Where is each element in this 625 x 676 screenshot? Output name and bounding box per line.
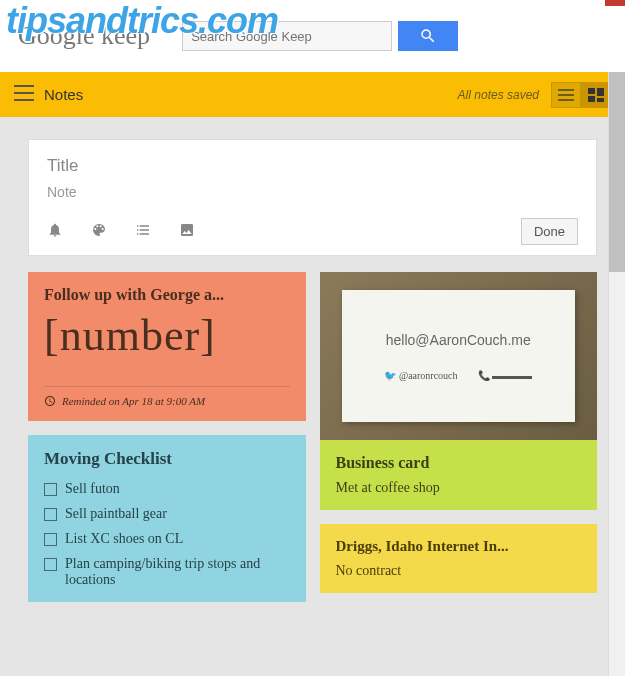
- palette-icon[interactable]: [91, 222, 107, 242]
- biz-contact-row: 🐦 @aaronrcouch 📞 ▬▬▬▬: [384, 370, 532, 381]
- window-accent: [605, 0, 625, 6]
- note-title: Business card: [336, 454, 582, 472]
- grid-icon: [588, 88, 604, 102]
- checkbox-icon[interactable]: [44, 558, 57, 571]
- note-image: hello@AaronCouch.me 🐦 @aaronrcouch 📞 ▬▬▬…: [320, 272, 598, 440]
- checkbox-icon[interactable]: [44, 508, 57, 521]
- compose-actions: Done: [47, 218, 578, 245]
- search-button[interactable]: [398, 21, 458, 51]
- note-body: Met at coffee shop: [336, 480, 582, 496]
- note-card-bizcard[interactable]: hello@AaronCouch.me 🐦 @aaronrcouch 📞 ▬▬▬…: [320, 272, 598, 510]
- note-body: [number]: [44, 314, 290, 358]
- list-view-button[interactable]: [551, 82, 581, 108]
- toolbar: Notes All notes saved: [0, 72, 625, 117]
- search-icon: [419, 27, 437, 45]
- note-card-followup[interactable]: Follow up with George a... [number] Remi…: [28, 272, 306, 421]
- compose-card: Title Note Done: [28, 139, 597, 256]
- list-item[interactable]: List XC shoes on CL: [44, 531, 290, 547]
- grid-column-right: hello@AaronCouch.me 🐦 @aaronrcouch 📞 ▬▬▬…: [320, 272, 598, 602]
- grid-view-button[interactable]: [581, 82, 611, 108]
- note-card-moving[interactable]: Moving Checklist Sell futon Sell paintba…: [28, 435, 306, 602]
- note-body: No contract: [336, 563, 582, 579]
- image-icon[interactable]: [179, 222, 195, 242]
- note-title: Driggs, Idaho Internet In...: [336, 538, 582, 555]
- svg-rect-2: [588, 96, 595, 102]
- menu-icon[interactable]: [14, 85, 34, 105]
- scrollbar[interactable]: [608, 72, 625, 676]
- clock-icon: [44, 395, 56, 407]
- reminder-icon[interactable]: [47, 222, 63, 242]
- view-toggle: [551, 82, 611, 108]
- note-card-driggs[interactable]: Driggs, Idaho Internet In... No contract: [320, 524, 598, 593]
- scroll-thumb[interactable]: [609, 72, 625, 272]
- done-button[interactable]: Done: [521, 218, 578, 245]
- biz-email: hello@AaronCouch.me: [386, 332, 531, 348]
- note-title: Moving Checklist: [44, 449, 290, 469]
- list-item[interactable]: Sell paintball gear: [44, 506, 290, 522]
- svg-rect-3: [597, 98, 604, 102]
- svg-rect-0: [588, 88, 595, 94]
- hamburger-icon: [14, 85, 34, 101]
- note-title: Follow up with George a...: [44, 286, 290, 304]
- notes-grid: Follow up with George a... [number] Remi…: [0, 272, 625, 602]
- compose-title-input[interactable]: Title: [47, 156, 578, 176]
- checkbox-icon[interactable]: [44, 533, 57, 546]
- phone-redacted: 📞 ▬▬▬▬: [478, 370, 533, 381]
- list-icon-compose[interactable]: [135, 222, 151, 242]
- search-wrap: [182, 21, 458, 51]
- list-icon: [558, 89, 574, 101]
- twitter-handle: 🐦 @aaronrcouch: [384, 370, 457, 381]
- checklist: Sell futon Sell paintball gear List XC s…: [44, 481, 290, 588]
- list-item[interactable]: Plan camping/biking trip stops and locat…: [44, 556, 290, 588]
- app-header: Google keep: [0, 0, 625, 72]
- app-logo: Google keep: [18, 21, 150, 51]
- search-input[interactable]: [182, 21, 392, 51]
- save-status: All notes saved: [458, 88, 539, 102]
- grid-column-left: Follow up with George a... [number] Remi…: [28, 272, 306, 602]
- toolbar-title: Notes: [44, 86, 83, 103]
- list-item[interactable]: Sell futon: [44, 481, 290, 497]
- business-card-photo: hello@AaronCouch.me 🐦 @aaronrcouch 📞 ▬▬▬…: [342, 290, 575, 421]
- note-reminder: Reminded on Apr 18 at 9:00 AM: [44, 386, 290, 407]
- svg-rect-1: [597, 88, 604, 96]
- toolbar-right: All notes saved: [458, 82, 611, 108]
- checkbox-icon[interactable]: [44, 483, 57, 496]
- compose-note-input[interactable]: Note: [47, 184, 578, 200]
